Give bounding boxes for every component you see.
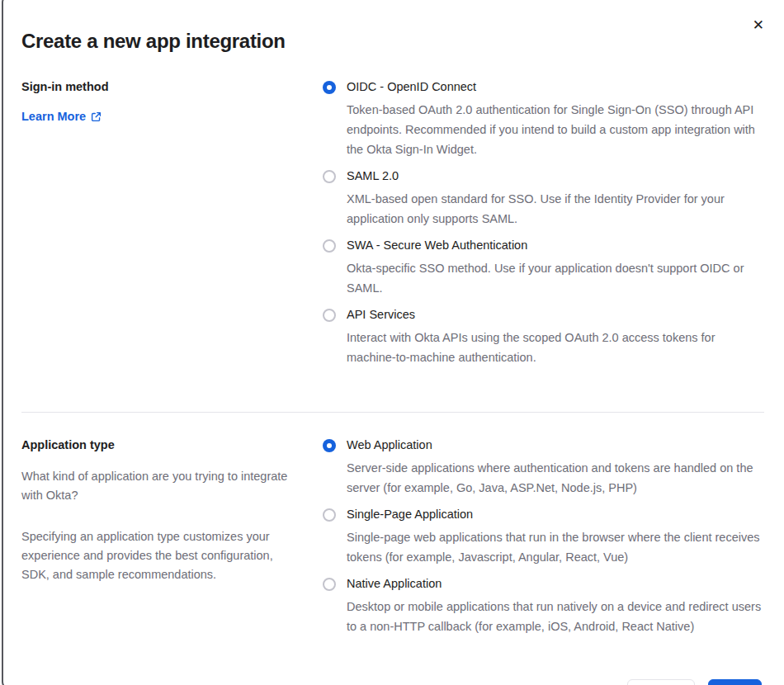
external-link-icon <box>91 111 102 122</box>
radio-option-description: Okta-specific SSO method. Use if your ap… <box>347 258 763 298</box>
radio-icon[interactable] <box>323 309 336 322</box>
radio-option-label: Native Application <box>347 577 763 591</box>
radio-option-description: Server-side applications where authentic… <box>347 458 763 498</box>
option-text: API Services Interact with Okta APIs usi… <box>347 308 763 367</box>
radio-option-description: XML-based open standard for SSO. Use if … <box>347 189 763 229</box>
learn-more-link[interactable]: Learn More <box>21 110 102 123</box>
radio-option-oidc[interactable]: OIDC - OpenID Connect Token-based OAuth … <box>323 80 764 159</box>
radio-option-description: Token-based OAuth 2.0 authentication for… <box>347 100 763 159</box>
radio-option-description: Desktop or mobile applications that run … <box>347 597 763 636</box>
signin-method-left-column: Sign-in method Learn More <box>21 80 323 124</box>
option-text: Native Application Desktop or mobile app… <box>347 577 763 636</box>
radio-icon[interactable] <box>323 578 336 591</box>
radio-option-single-page-application[interactable]: Single-Page Application Single-page web … <box>323 508 764 567</box>
application-type-section: Application type What kind of applicatio… <box>21 438 764 646</box>
next-button[interactable]: Next <box>708 679 762 685</box>
radio-icon[interactable] <box>323 81 336 94</box>
application-type-intro: What kind of application are you trying … <box>21 467 303 505</box>
option-text: SWA - Secure Web Authentication Okta-spe… <box>347 239 763 298</box>
dialog-footer: Cancel Next <box>21 679 764 685</box>
option-text: SAML 2.0 XML-based open standard for SSO… <box>347 169 763 229</box>
create-app-integration-dialog: ✕ Create a new app integration Sign-in m… <box>0 0 784 685</box>
option-text: Single-Page Application Single-page web … <box>347 508 763 567</box>
application-type-options: Web Application Server-side applications… <box>323 438 764 646</box>
radio-option-native-application[interactable]: Native Application Desktop or mobile app… <box>323 577 764 636</box>
radio-icon[interactable] <box>323 508 336 522</box>
radio-option-web-application[interactable]: Web Application Server-side applications… <box>323 438 764 498</box>
radio-icon[interactable] <box>323 439 336 452</box>
dialog-title: Create a new app integration <box>21 30 764 53</box>
radio-icon[interactable] <box>323 239 336 253</box>
application-type-explanation: Specifying an application type customize… <box>21 527 303 584</box>
option-text: OIDC - OpenID Connect Token-based OAuth … <box>347 80 763 159</box>
signin-method-heading: Sign-in method <box>21 80 303 93</box>
application-type-left-column: Application type What kind of applicatio… <box>21 438 323 607</box>
learn-more-label: Learn More <box>21 110 86 123</box>
signin-method-section: Sign-in method Learn More OIDC - OpenID … <box>21 80 764 377</box>
radio-option-label: OIDC - OpenID Connect <box>347 80 763 94</box>
radio-icon[interactable] <box>323 170 336 183</box>
cancel-button[interactable]: Cancel <box>627 679 695 685</box>
radio-option-label: SWA - Secure Web Authentication <box>347 239 763 253</box>
radio-option-description: Interact with Okta APIs using the scoped… <box>347 328 763 367</box>
radio-option-swa[interactable]: SWA - Secure Web Authentication Okta-spe… <box>323 239 764 298</box>
radio-option-api-services[interactable]: API Services Interact with Okta APIs usi… <box>323 308 764 367</box>
section-divider <box>21 412 764 413</box>
radio-option-description: Single-page web applications that run in… <box>347 527 763 567</box>
radio-option-saml[interactable]: SAML 2.0 XML-based open standard for SSO… <box>323 169 764 229</box>
radio-option-label: API Services <box>347 308 763 322</box>
signin-method-options: OIDC - OpenID Connect Token-based OAuth … <box>323 80 764 377</box>
option-text: Web Application Server-side applications… <box>347 438 763 498</box>
radio-option-label: Single-Page Application <box>347 508 763 522</box>
radio-option-label: SAML 2.0 <box>347 169 763 183</box>
close-icon[interactable]: ✕ <box>751 17 766 34</box>
radio-option-label: Web Application <box>347 438 763 452</box>
application-type-heading: Application type <box>21 438 303 451</box>
